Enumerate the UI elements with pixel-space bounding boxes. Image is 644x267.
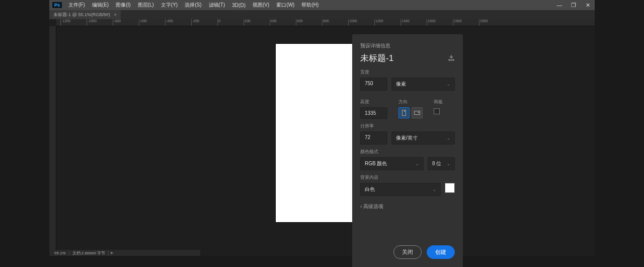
chevron-down-icon: ⌄ [433,187,436,192]
status-chevron-icon[interactable]: ▶ [109,251,113,255]
tab-label: 未标题-1 @ 55.1%(RGB/8#) [53,12,110,18]
resolution-unit-select[interactable]: 像素/英寸 ⌄ [391,131,455,145]
ruler-horizontal: -1200-1000-800-600-400-20002004006008001… [56,19,595,26]
ruler-tick: 1800 [453,19,462,26]
ruler-tick: 1000 [348,19,357,26]
orientation-label: 方向 [398,99,423,105]
chevron-down-icon: ⌄ [447,82,450,87]
ruler-tick: 400 [270,19,277,26]
ruler-tick: 0 [217,19,220,26]
menu-edit[interactable]: 编辑(E) [89,2,112,9]
color-depth-select[interactable]: 8 位 ⌄ [428,157,455,170]
color-mode-select[interactable]: RGB 颜色 ⌄ [360,157,424,170]
status-bar: 55.1% 文档:2.86M/0 字节 ▶ [49,250,200,256]
menu-window[interactable]: 窗口(W) [273,2,298,9]
chevron-down-icon: ⌄ [447,162,450,166]
ruler-tick: 200 [244,19,251,26]
color-mode-value: RGB 颜色 [365,160,387,167]
menu-select[interactable]: 选择(S) [181,2,205,9]
background-color-swatch[interactable] [445,183,455,193]
artboard-label: 画板 [434,99,443,105]
status-zoom[interactable]: 55.1% [51,251,69,255]
panel-section-title: 预设详细信息 [360,42,455,49]
menu-file[interactable]: 文件(F) [65,2,89,9]
width-unit-select[interactable]: 像素 ⌄ [391,78,455,91]
new-document-panel: 预设详细信息 未标题-1 宽度 750 像素 ⌄ 高度 1335 方向 画板 [352,34,463,267]
color-depth-value: 8 位 [432,160,441,167]
close-button[interactable]: 关闭 [393,245,422,259]
chevron-down-icon: ⌄ [416,162,419,166]
document-name-input[interactable]: 未标题-1 [360,52,393,64]
ruler-tick: -600 [139,19,147,26]
ruler-tick: 2000 [479,19,488,26]
menu-type[interactable]: 文字(Y) [157,2,181,9]
ruler-tick: 600 [296,19,303,26]
resolution-input[interactable]: 72 [360,131,387,145]
menu-3d[interactable]: 3D(D) [228,3,249,8]
close-tab-icon[interactable]: × [114,12,117,17]
width-input[interactable]: 750 [360,78,387,91]
ruler-tick: -200 [191,19,199,26]
ruler-tick: 1200 [374,19,383,26]
color-mode-label: 颜色模式 [360,149,455,155]
height-label: 高度 [360,99,387,105]
menu-view[interactable]: 视图(V) [249,2,273,9]
background-value: 白色 [365,186,375,193]
app-logo: Ps [52,2,62,8]
artboard-checkbox[interactable] [434,108,440,114]
resolution-label: 分辨率 [360,123,455,129]
menu-filter[interactable]: 滤镜(T) [205,2,229,9]
orientation-landscape-button[interactable] [412,107,423,118]
document-tabs: 未标题-1 @ 55.1%(RGB/8#) × [49,10,595,19]
document-tab[interactable]: 未标题-1 @ 55.1%(RGB/8#) × [49,10,121,19]
ruler-tick: 1600 [427,19,436,26]
chevron-down-icon: ⌄ [447,136,450,141]
resolution-unit-value: 像素/英寸 [396,135,418,142]
menu-image[interactable]: 图像(I) [112,2,134,9]
height-input[interactable]: 1335 [360,107,387,119]
status-docinfo[interactable]: 文档:2.86M/0 字节 [69,250,109,256]
ruler-tick: -1000 [87,19,97,26]
create-button[interactable]: 创建 [427,245,455,259]
advanced-options-toggle[interactable]: 高级选项 [360,203,455,210]
width-unit-value: 像素 [396,81,406,88]
canvas-area[interactable] [56,26,595,250]
background-label: 背景内容 [360,174,455,181]
menu-help[interactable]: 帮助(H) [298,2,322,9]
restore-button[interactable]: ❐ [567,2,581,9]
minimize-button[interactable]: — [552,2,567,9]
orientation-portrait-button[interactable] [398,107,410,118]
ruler-tick: 1400 [400,19,410,26]
background-select[interactable]: 白色 ⌄ [360,183,441,196]
ruler-tick: -400 [165,19,173,26]
save-preset-icon[interactable] [448,55,455,62]
ruler-tick: -1200 [60,19,70,26]
menubar: Ps 文件(F) 编辑(E) 图像(I) 图层(L) 文字(Y) 选择(S) 滤… [49,0,595,10]
ruler-tick: -800 [113,19,121,26]
width-label: 宽度 [360,69,455,76]
close-window-button[interactable]: ✕ [581,2,595,9]
ruler-tick: 800 [322,19,329,26]
ruler-vertical [49,26,56,250]
menu-layer[interactable]: 图层(L) [134,2,157,9]
